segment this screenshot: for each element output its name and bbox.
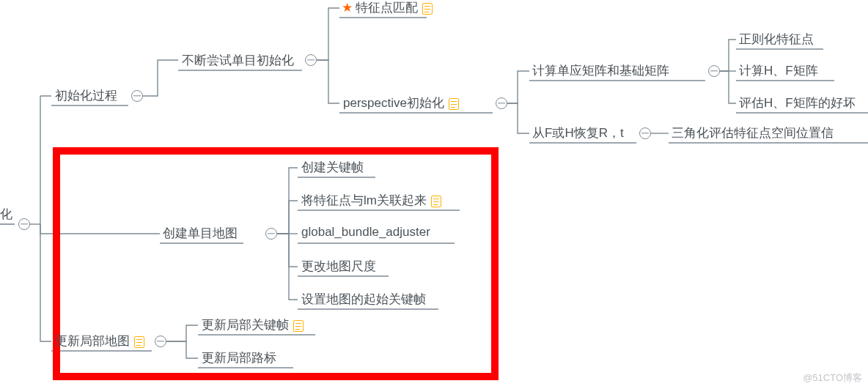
node-global-ba[interactable]: global_bundle_adjuster	[301, 225, 430, 240]
node-create-keyframe[interactable]: 创建关键帧	[301, 159, 364, 176]
node-label: 初始化过程	[55, 89, 117, 103]
node-label: 计算H、F矩阵	[739, 64, 818, 78]
node-label: 更改地图尺度	[301, 259, 376, 273]
node-label: 设置地图的起始关键帧	[301, 292, 426, 306]
node-root[interactable]: 化	[0, 206, 12, 223]
node-label: 正则化特征点	[739, 32, 814, 46]
node-compute-HF-label[interactable]: 计算H、F矩阵	[739, 62, 818, 79]
toggle-icon[interactable]	[496, 97, 507, 109]
toggle-icon[interactable]	[265, 228, 277, 240]
node-label: 评估H、F矩阵的好坏	[739, 96, 856, 110]
toggle-icon[interactable]	[305, 54, 317, 66]
node-set-initial-kf[interactable]: 设置地图的起始关键帧	[301, 291, 426, 308]
node-label: 计算单应矩阵和基础矩阵	[532, 64, 669, 78]
toggle-icon[interactable]	[708, 65, 720, 77]
node-link-features-lm[interactable]: 将特征点与lm关联起来	[301, 192, 441, 209]
toggle-icon[interactable]	[155, 336, 166, 347]
note-icon[interactable]	[422, 1, 433, 16]
node-label: perspective初始化	[343, 96, 444, 110]
node-label: 特征点匹配	[356, 1, 418, 15]
node-init-process[interactable]: 初始化过程	[55, 87, 117, 104]
note-icon[interactable]	[134, 335, 144, 349]
node-label: 更新局部路标	[202, 351, 276, 365]
node-perspective-init[interactable]: perspective初始化	[343, 95, 459, 111]
node-recover-Rt[interactable]: 从F或H恢复R，t	[532, 125, 624, 141]
node-compute-H-F[interactable]: 计算单应矩阵和基础矩阵	[532, 62, 669, 79]
star-icon: ★	[342, 1, 353, 15]
node-label: 不断尝试单目初始化	[182, 53, 294, 67]
node-try-mono-init[interactable]: 不断尝试单目初始化	[182, 52, 294, 69]
node-label: 创建单目地图	[163, 226, 238, 240]
watermark: @51CTO博客	[803, 371, 862, 385]
note-icon[interactable]	[293, 319, 304, 333]
node-label: 更新局部地图	[55, 334, 130, 348]
node-label: 三角化评估特征点空间位置信	[672, 126, 834, 140]
node-label: global_bundle_adjuster	[301, 225, 430, 239]
node-feature-match[interactable]: ★特征点匹配	[342, 0, 433, 16]
toggle-icon[interactable]	[639, 127, 651, 139]
note-icon[interactable]	[431, 194, 441, 209]
node-label: 创建关键帧	[301, 160, 364, 174]
node-label: 更新局部关键帧	[202, 318, 289, 332]
node-label: 从F或H恢复R，t	[532, 126, 624, 140]
node-triangulate[interactable]: 三角化评估特征点空间位置信	[672, 125, 834, 141]
node-change-map-scale[interactable]: 更改地图尺度	[301, 258, 376, 275]
node-label: 将特征点与lm关联起来	[301, 193, 427, 207]
node-evaluate-HF[interactable]: 评估H、F矩阵的好坏	[739, 95, 856, 111]
toggle-icon[interactable]	[131, 90, 143, 102]
node-update-local-lm[interactable]: 更新局部路标	[202, 349, 276, 366]
node-regularize-features[interactable]: 正则化特征点	[739, 31, 814, 48]
node-label: 化	[0, 207, 12, 221]
node-create-mono-map[interactable]: 创建单目地图	[163, 225, 238, 242]
node-update-local-kf[interactable]: 更新局部关键帧	[202, 316, 304, 333]
toggle-icon[interactable]	[18, 218, 30, 230]
node-update-local-map[interactable]: 更新局部地图	[55, 333, 144, 349]
note-icon[interactable]	[449, 97, 459, 111]
